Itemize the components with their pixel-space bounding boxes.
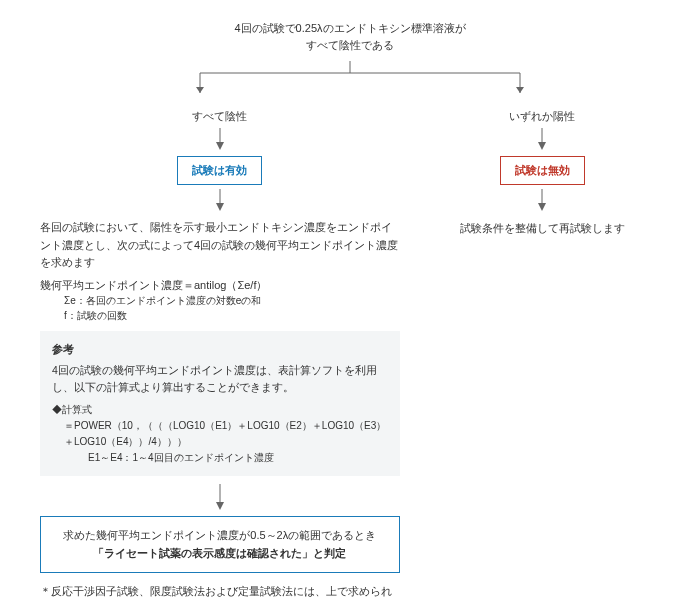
- arrow-down-icon: [535, 128, 549, 150]
- branch-connector: [90, 61, 610, 101]
- premise-line2: すべて陰性である: [306, 39, 394, 51]
- svg-marker-5: [516, 87, 524, 93]
- result-valid-box: 試験は有効: [177, 156, 262, 185]
- calc-title: ◆計算式: [52, 402, 388, 418]
- premise-line1: 4回の試験で0.25λのエンドトキシン標準溶液が: [234, 22, 465, 34]
- arrow-down-icon: [213, 484, 227, 510]
- formula-sub1: Σe：各回のエンドポイント濃度の対数eの和: [40, 293, 400, 308]
- formula-main: 幾何平均エンドポイント濃度＝antilog（Σe/f）: [40, 278, 400, 293]
- svg-marker-9: [216, 203, 224, 211]
- reference-title: 参考: [52, 341, 388, 359]
- right-branch: いずれか陽性 試験は無効 試験条件を整備して再試験します: [424, 105, 660, 600]
- formula-block: 幾何平均エンドポイント濃度＝antilog（Σe/f） Σe：各回のエンドポイン…: [40, 278, 400, 323]
- calc-line1: ＝POWER（10，（（（LOG10（E1）＋LOG10（E2）＋LOG10（E…: [64, 418, 388, 450]
- reference-box: 参考 4回の試験の幾何平均エンドポイント濃度は、表計算ソフトを利用し、以下の計算…: [40, 331, 400, 476]
- arrow-down-icon: [535, 189, 549, 211]
- calc-line2: E1～E4：1～4回目のエンドポイント濃度: [64, 450, 388, 466]
- endpoint-explanation: 各回の試験において、陽性を示す最小エンドトキシン濃度をエンドポイント濃度とし、次…: [40, 219, 400, 272]
- svg-marker-4: [196, 87, 204, 93]
- arrow-down-icon: [213, 189, 227, 211]
- formula-sub2: f：試験の回数: [40, 308, 400, 323]
- arrow-down-icon: [213, 128, 227, 150]
- branch-row: すべて陰性 試験は有効 各回の試験において、陽性を示す最小エンドトキシン濃度をエ…: [40, 105, 660, 600]
- right-branch-label: いずれか陽性: [424, 109, 660, 124]
- judgment-line2: 「ライセート試薬の表示感度は確認された」と判定: [93, 547, 346, 559]
- judgment-line1: 求めた幾何平均エンドポイント濃度が0.5～2λの範囲であるとき: [63, 529, 376, 541]
- svg-marker-7: [216, 142, 224, 150]
- left-branch-label: すべて陰性: [40, 109, 400, 124]
- footnote: ＊反応干渉因子試験、限度試験法および定量試験法には、上で求められた幾何平均エンド…: [40, 583, 400, 600]
- result-invalid-box: 試験は無効: [500, 156, 585, 185]
- left-branch: すべて陰性 試験は有効 各回の試験において、陽性を示す最小エンドトキシン濃度をエ…: [40, 105, 400, 600]
- right-branch-note: 試験条件を整備して再試験します: [424, 221, 660, 236]
- premise-text: 4回の試験で0.25λのエンドトキシン標準溶液が すべて陰性である: [40, 20, 660, 53]
- judgment-box: 求めた幾何平均エンドポイント濃度が0.5～2λの範囲であるとき 「ライセート試薬…: [40, 516, 400, 573]
- svg-marker-11: [216, 502, 224, 510]
- svg-marker-13: [538, 142, 546, 150]
- reference-text: 4回の試験の幾何平均エンドポイント濃度は、表計算ソフトを利用し、以下の計算式より…: [52, 362, 388, 396]
- svg-marker-15: [538, 203, 546, 211]
